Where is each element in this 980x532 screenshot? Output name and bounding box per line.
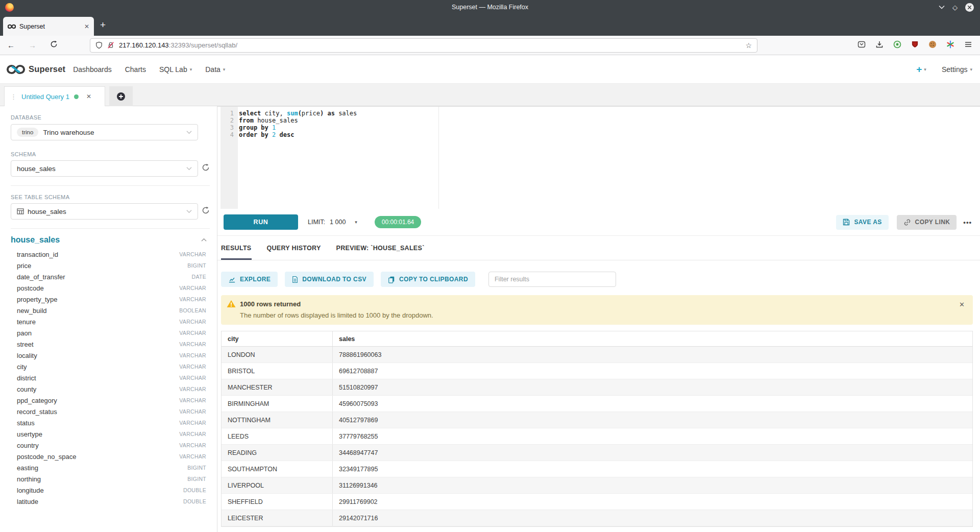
column-type: BIGINT (187, 465, 206, 471)
insecure-lock-icon[interactable] (107, 41, 114, 49)
alert-close-icon[interactable]: ✕ (959, 301, 965, 308)
tab-query-history[interactable]: QUERY HISTORY (267, 245, 321, 260)
nav-item-data[interactable]: Data▾ (205, 65, 225, 74)
column-type: BIGINT (187, 262, 206, 269)
tab-preview-house-sales[interactable]: PREVIEW: `HOUSE_SALES` (336, 245, 425, 260)
divider (11, 185, 210, 186)
menu-hamburger-icon[interactable] (964, 40, 972, 51)
nav-item-sql-lab[interactable]: SQL Lab▾ (159, 65, 192, 74)
column-name: property_type (17, 296, 58, 303)
table-row[interactable]: NOTTINGHAM 40512797869 (222, 412, 972, 428)
cookie-extension-icon[interactable] (928, 40, 937, 51)
sql-code[interactable]: select city, sum(price) as salesfrom hou… (239, 110, 980, 138)
copy-icon (388, 276, 395, 283)
add-query-tab-button[interactable] (109, 86, 133, 106)
column-row: postcode VARCHAR (11, 282, 210, 294)
query-status-dot (74, 94, 79, 99)
table-row[interactable]: BRISTOL 69612708887 (222, 363, 972, 379)
table-select[interactable]: house_sales (11, 203, 198, 220)
ublock-shield-icon[interactable] (911, 40, 919, 50)
table-row[interactable]: LONDON 788861960063 (222, 347, 972, 363)
table-row[interactable]: LEICESTER 29142071716 (222, 510, 972, 526)
table-value: house_sales (28, 208, 66, 215)
database-select[interactable]: trino Trino warehouse (11, 124, 198, 140)
column-type: DATE (192, 274, 206, 280)
table-row[interactable]: MANCHESTER 51510820997 (222, 379, 972, 396)
city-cell: MANCHESTER (222, 384, 273, 391)
window-minimize-button[interactable] (939, 5, 945, 9)
brand-name: Superset (29, 64, 65, 74)
city-cell: BRISTOL (222, 368, 255, 375)
query-timer-badge: 00:00:01.64 (375, 216, 421, 228)
copy-clipboard-button[interactable]: COPY TO CLIPBOARD (381, 272, 475, 287)
window-close-button[interactable] (965, 3, 974, 12)
sql-editor[interactable]: 1234 select city, sum(price) as salesfro… (217, 106, 980, 209)
table-grid-icon (17, 208, 24, 215)
column-row: longitude DOUBLE (11, 485, 210, 496)
query-tab[interactable]: ⋮ Untitled Query 1 ✕ (4, 86, 105, 106)
superset-logo[interactable]: Superset (0, 64, 65, 75)
run-button[interactable]: RUN (224, 214, 298, 230)
superset-navbar: Superset Dashboards Charts SQL Lab▾ Data… (0, 55, 980, 84)
save-as-button[interactable]: SAVE AS (836, 215, 888, 230)
column-row: country VARCHAR (11, 440, 210, 451)
schema-select[interactable]: house_sales (11, 160, 198, 177)
extension-asterisk-icon[interactable] (946, 40, 954, 51)
city-cell: BIRMINGHAM (222, 400, 269, 407)
column-name: new_build (17, 307, 47, 315)
table-row[interactable]: BIRMINGHAM 45960075093 (222, 396, 972, 412)
column-header-city[interactable]: city (222, 335, 239, 343)
limit-dropdown[interactable]: LIMIT: 1 000 ▾ (308, 219, 357, 226)
city-cell: LONDON (222, 351, 255, 358)
column-name: country (17, 442, 39, 449)
nav-item-dashboards[interactable]: Dashboards (73, 65, 112, 74)
column-type: VARCHAR (179, 431, 206, 437)
copy-link-button[interactable]: COPY LINK (897, 215, 957, 230)
more-actions-button[interactable]: ••• (963, 219, 972, 226)
table-row[interactable]: SHEFFIELD 29911769902 (222, 494, 972, 510)
download-csv-button[interactable]: DOWNLOAD TO CSV (285, 272, 374, 287)
url-text: 217.160.120.143:32393/superset/sqllab/ (119, 41, 237, 49)
refresh-tables-icon[interactable] (202, 206, 210, 216)
reload-button[interactable] (50, 40, 58, 50)
chevron-down-icon (186, 166, 192, 171)
table-row[interactable]: READING 34468947747 (222, 445, 972, 461)
back-button[interactable]: ← (7, 41, 15, 50)
superset-favicon-icon (8, 24, 16, 29)
table-row[interactable]: LEEDS 37779768255 (222, 428, 972, 445)
explore-button[interactable]: EXPLORE (221, 272, 278, 287)
window-maximize-button[interactable]: ◇ (952, 4, 958, 11)
collapse-table-icon[interactable] (201, 238, 207, 242)
extension-green-icon[interactable] (893, 40, 901, 51)
table-name-heading[interactable]: house_sales (11, 235, 60, 245)
new-item-button[interactable]: +▾ (916, 64, 926, 74)
column-row: property_type VARCHAR (11, 294, 210, 305)
chevron-down-icon (186, 130, 192, 134)
new-tab-button[interactable]: + (100, 19, 106, 31)
browser-tab[interactable]: Superset ✕ (3, 17, 94, 36)
tracking-shield-icon[interactable] (95, 41, 103, 49)
column-header-sales[interactable]: sales (333, 335, 355, 343)
refresh-schema-icon[interactable] (202, 163, 210, 174)
settings-menu[interactable]: Settings▾ (942, 65, 972, 74)
drag-handle-icon[interactable]: ⋮ (10, 93, 17, 101)
tab-results[interactable]: RESULTS (221, 245, 252, 260)
nav-item-charts[interactable]: Charts (125, 65, 146, 74)
bookmark-star-icon[interactable]: ☆ (745, 41, 752, 50)
database-engine-badge: trino (17, 128, 38, 137)
sales-cell: 40512797869 (333, 417, 378, 424)
filter-results-input[interactable] (488, 272, 616, 287)
city-cell: READING (222, 449, 257, 456)
query-tab-close-icon[interactable]: ✕ (86, 93, 91, 100)
table-row[interactable]: LIVERPOOL 31126991346 (222, 477, 972, 494)
plus-circle-icon (116, 92, 126, 101)
column-row: price BIGINT (11, 260, 210, 271)
sales-cell: 29911769902 (333, 498, 378, 505)
downloads-icon[interactable] (875, 40, 884, 51)
pocket-icon[interactable] (857, 40, 866, 51)
table-row[interactable]: SOUTHAMPTON 32349177895 (222, 461, 972, 477)
column-row: northing BIGINT (11, 473, 210, 485)
tab-close-icon[interactable]: ✕ (84, 23, 89, 30)
address-bar[interactable]: 217.160.120.143:32393/superset/sqllab/ ☆ (90, 38, 757, 53)
alert-title: 1000 rows returned (240, 300, 301, 308)
